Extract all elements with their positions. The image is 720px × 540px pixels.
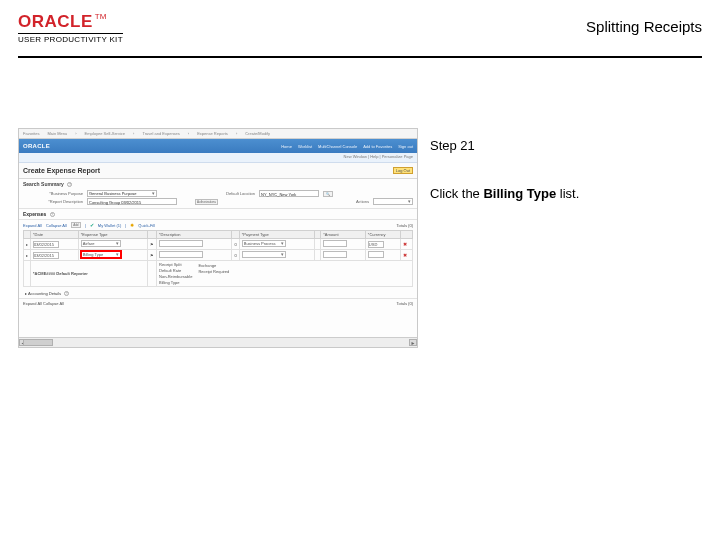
instruction-text: Click the Billing Type list. (430, 184, 700, 204)
totals-label: Totals (0) (397, 223, 413, 228)
topbar-link[interactable]: Worklist (298, 144, 312, 149)
brand-main: ORACLE (18, 12, 93, 31)
toolbar-link[interactable]: My Wallet (1) (98, 223, 121, 228)
toolbar-link[interactable]: Collapse All (46, 223, 67, 228)
section-title: Search Summary (23, 181, 64, 187)
breadcrumb-item[interactable]: Travel and Expenses (142, 131, 179, 136)
amount-input[interactable] (323, 240, 347, 247)
expand-icon[interactable]: ▸ (24, 250, 31, 261)
toolbar-link[interactable]: Quick-Fill (138, 223, 155, 228)
col-date: *Date (31, 231, 79, 239)
authorizations-button[interactable]: Authorizations (195, 199, 218, 205)
table-row: ▸ 03/02/2015 Airfare ⚑ 0 Business Proces… (24, 239, 413, 250)
brand-tm: TM (95, 12, 107, 21)
side-link[interactable]: Default Rate (159, 268, 192, 273)
side-link[interactable]: Non-Reimbursable (159, 274, 192, 279)
date-input[interactable]: 03/02/2015 (33, 252, 59, 259)
search-summary-section: Search Summary ? *Business Purpose Gener… (19, 179, 417, 209)
wallet-icon: ✔ (90, 222, 94, 228)
col-expense-type: *Expense Type (78, 231, 147, 239)
app-screenshot: Favorites Main Menu› Employee Self-Servi… (18, 128, 418, 348)
scroll-right-icon[interactable]: ► (409, 339, 417, 346)
step-label: Step 21 (430, 136, 700, 156)
currency-input[interactable] (368, 251, 384, 258)
side-link[interactable]: Receipt Split (159, 262, 192, 267)
default-location-label: Default Location (195, 191, 255, 196)
col-payment-type: *Payment Type (239, 231, 314, 239)
app-logo: ORACLE (23, 143, 50, 149)
instruction-prefix: Click the (430, 186, 483, 201)
page-header: ORACLETM USER PRODUCTIVITY KIT Splitting… (18, 10, 702, 58)
report-title-bar: Create Expense Report Log Out (19, 163, 417, 179)
page-title: Splitting Receipts (586, 18, 702, 35)
topbar-link[interactable]: MultiChannel Console (318, 144, 357, 149)
expenses-section: Expenses ? (19, 209, 417, 220)
brand-subtitle: USER PRODUCTIVITY KIT (18, 33, 123, 44)
payment-type-dropdown[interactable]: Business Process (242, 240, 286, 247)
topbar-link[interactable]: Add to Favorites (363, 144, 392, 149)
topbar-link[interactable]: Home (281, 144, 292, 149)
breadcrumb-item[interactable]: Favorites (23, 131, 39, 136)
breadcrumb-item[interactable]: Create/Modify (245, 131, 270, 136)
toolbar-link[interactable]: Expand All (23, 223, 42, 228)
expense-table: *Date *Expense Type *Description *Paymen… (23, 230, 413, 287)
breadcrumb-item[interactable]: Expense Reports (197, 131, 228, 136)
table-row: ▸ 03/02/2015 Billing Type ⚑ 0 ✖ (24, 250, 413, 261)
report-description-label: *Report Description (23, 199, 83, 204)
date-input[interactable]: 03/02/2015 (33, 241, 59, 248)
breadcrumb-bar: Favorites Main Menu› Employee Self-Servi… (19, 129, 417, 139)
sub-header-bar: New Window | Help | Personalize Page (19, 153, 417, 163)
side-link[interactable]: Receipt Required (198, 269, 229, 274)
payment-type-dropdown[interactable] (242, 251, 286, 258)
topbar-link[interactable]: Sign out (398, 144, 413, 149)
flag-icon[interactable]: ⚑ (148, 250, 157, 261)
subbar-links[interactable]: New Window | Help | Personalize Page (344, 154, 413, 159)
footer-totals: Totals (0) (397, 301, 413, 306)
screenshot-panel: Favorites Main Menu› Employee Self-Servi… (18, 128, 418, 348)
actions-label: Actions (309, 199, 369, 204)
expense-type-dropdown[interactable]: Airfare (81, 240, 121, 247)
report-description-input[interactable]: Consulting Group 03/02/2015 (87, 198, 177, 205)
section-title: Expenses (23, 211, 46, 217)
table-toolbar: Expand All Collapse All Add | ✔ My Walle… (23, 222, 413, 228)
instruction-target: Billing Type (483, 186, 556, 201)
expense-table-wrap: Expand All Collapse All Add | ✔ My Walle… (19, 220, 417, 289)
side-link[interactable]: Exchange (198, 263, 229, 268)
billing-type-dropdown[interactable]: Billing Type (81, 251, 121, 258)
lookup-icon[interactable]: 🔍 (323, 191, 333, 197)
default-location-input[interactable]: NY_NYC_New York (259, 190, 319, 197)
add-row-button[interactable]: Add (71, 222, 81, 228)
help-icon[interactable]: ? (67, 182, 72, 187)
expand-icon[interactable]: ▸ (24, 239, 31, 250)
brand-block: ORACLETM USER PRODUCTIVITY KIT (18, 12, 123, 44)
quickfill-icon: ✹ (130, 222, 134, 228)
report-title: Create Expense Report (23, 167, 100, 174)
help-icon[interactable]: ? (50, 212, 55, 217)
currency-input[interactable]: USD (368, 241, 384, 248)
breadcrumb-item[interactable]: Main Menu (47, 131, 67, 136)
instruction-suffix: list. (556, 186, 579, 201)
col-description: *Description (157, 231, 232, 239)
description-input[interactable] (159, 240, 203, 247)
col-flag (148, 231, 157, 239)
logout-button[interactable]: Log Out (393, 167, 413, 174)
description-input[interactable] (159, 251, 203, 258)
amount-input[interactable] (323, 251, 347, 258)
delete-row-icon[interactable]: ✖ (403, 241, 407, 247)
business-purpose-label: *Business Purpose (23, 191, 83, 196)
breadcrumb-item[interactable]: Employee Self-Service (85, 131, 125, 136)
scroll-thumb[interactable] (23, 339, 53, 346)
accounting-details-link[interactable]: ▸ Accounting Details ? (19, 289, 417, 298)
delete-row-icon[interactable]: ✖ (403, 252, 407, 258)
side-link[interactable]: Billing Type (159, 280, 192, 285)
topbar-menu: Home Worklist MultiChannel Console Add t… (281, 144, 413, 149)
help-icon[interactable]: ? (64, 291, 69, 296)
business-purpose-dropdown[interactable]: General Business Purpose (87, 190, 157, 197)
section-footer: Expand All Collapse All Totals (0) (19, 298, 417, 308)
flag-icon[interactable]: ⚑ (148, 239, 157, 250)
col-count (232, 231, 239, 239)
footer-links[interactable]: Expand All Collapse All (23, 301, 64, 306)
horizontal-scrollbar[interactable]: ◄ ► (19, 337, 417, 347)
table-header-row: *Date *Expense Type *Description *Paymen… (24, 231, 413, 239)
actions-dropdown[interactable] (373, 198, 413, 205)
